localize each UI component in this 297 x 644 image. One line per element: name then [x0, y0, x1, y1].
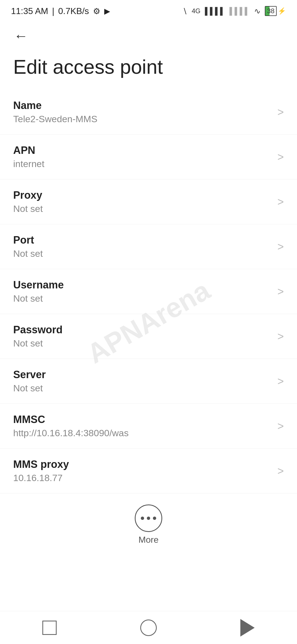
settings-label-username: Username — [13, 279, 64, 291]
settings-label-name: Name — [13, 100, 97, 111]
home-icon — [140, 620, 157, 636]
top-bar: ← — [0, 22, 297, 50]
settings-item-port[interactable]: Port Not set > — [0, 224, 297, 269]
signal-bars-icon: ▌▌▌▌ — [205, 7, 225, 15]
status-right: ∖ 4G ▌▌▌▌ ▌▌▌▌ ∿ 38 ⚡ — [182, 6, 286, 16]
settings-value-server: Not set — [13, 383, 46, 394]
settings-label-apn: APN — [13, 144, 44, 156]
speed-indicator: | — [52, 6, 54, 16]
settings-value-password: Not set — [13, 338, 63, 349]
dot-3 — [153, 517, 156, 520]
settings-value-mms-proxy: 10.16.18.77 — [13, 473, 69, 483]
settings-value-name: Tele2-Sweden-MMS — [13, 114, 97, 124]
signal-bars2-icon: ▌▌▌▌ — [230, 7, 250, 15]
chevron-right-icon-mmsc: > — [277, 420, 284, 432]
settings-item-content-password: Password Not set — [13, 324, 63, 349]
settings-item-name[interactable]: Name Tele2-Sweden-MMS > — [0, 90, 297, 135]
settings-item-password[interactable]: Password Not set > — [0, 314, 297, 359]
settings-item-username[interactable]: Username Not set > — [0, 269, 297, 314]
settings-item-content-mms-proxy: MMS proxy 10.16.18.77 — [13, 459, 69, 483]
more-circle — [135, 504, 162, 532]
dot-2 — [147, 517, 150, 520]
nav-home-button[interactable] — [132, 617, 165, 639]
chevron-right-icon-apn: > — [277, 151, 284, 163]
settings-item-mmsc[interactable]: MMSC http://10.16.18.4:38090/was > — [0, 404, 297, 449]
chevron-right-icon-name: > — [277, 106, 284, 118]
battery-indicator: 38 ⚡ — [265, 6, 286, 16]
settings-item-content-name: Name Tele2-Sweden-MMS — [13, 100, 97, 124]
settings-item-content-apn: APN internet — [13, 144, 44, 169]
camera-icon: ▶ — [104, 7, 110, 16]
more-label: More — [139, 535, 159, 545]
status-bar: 11:35 AM | 0.7KB/s ⚙ ▶ ∖ 4G ▌▌▌▌ ▌▌▌▌ ∿ … — [0, 0, 297, 22]
settings-item-content-proxy: Proxy Not set — [13, 189, 43, 214]
nav-back-button[interactable] — [231, 617, 264, 639]
settings-label-mms-proxy: MMS proxy — [13, 459, 69, 470]
chevron-right-icon-proxy: > — [277, 196, 284, 208]
settings-label-port: Port — [13, 234, 43, 246]
settings-value-proxy: Not set — [13, 203, 43, 214]
more-dots — [141, 517, 156, 520]
settings-list: Name Tele2-Sweden-MMS > APN internet > P… — [0, 90, 297, 493]
chevron-right-icon-port: > — [277, 241, 284, 253]
settings-value-mmsc: http://10.16.18.4:38090/was — [13, 428, 129, 438]
chevron-right-icon-mms-proxy: > — [277, 465, 284, 477]
settings-item-mms-proxy[interactable]: MMS proxy 10.16.18.77 > — [0, 449, 297, 493]
settings-item-proxy[interactable]: Proxy Not set > — [0, 179, 297, 224]
page-title: Edit access point — [13, 55, 284, 79]
chevron-right-icon-password: > — [277, 330, 284, 343]
bluetooth-icon: ∖ — [182, 7, 187, 16]
back-button[interactable]: ← — [11, 26, 31, 46]
recents-icon — [42, 621, 57, 635]
more-button[interactable]: More — [135, 504, 162, 545]
settings-item-apn[interactable]: APN internet > — [0, 135, 297, 179]
back-arrow-icon: ← — [14, 29, 28, 43]
data-speed: 0.7KB/s — [58, 6, 89, 16]
settings-icon: ⚙ — [93, 6, 100, 16]
chevron-right-icon-username: > — [277, 285, 284, 298]
settings-item-server[interactable]: Server Not set > — [0, 359, 297, 404]
nav-recents-button[interactable] — [33, 617, 66, 639]
settings-value-port: Not set — [13, 248, 43, 259]
settings-label-mmsc: MMSC — [13, 414, 129, 425]
settings-item-content-port: Port Not set — [13, 234, 43, 259]
more-section: More — [0, 493, 297, 553]
settings-label-server: Server — [13, 369, 46, 381]
settings-item-content-mmsc: MMSC http://10.16.18.4:38090/was — [13, 414, 129, 438]
settings-value-username: Not set — [13, 293, 64, 304]
dot-1 — [141, 517, 144, 520]
signal-4g-icon: 4G — [192, 7, 200, 15]
battery-level: 38 — [265, 6, 277, 16]
settings-label-proxy: Proxy — [13, 189, 43, 201]
wifi-icon: ∿ — [254, 7, 260, 16]
chevron-right-icon-server: > — [277, 375, 284, 388]
settings-value-apn: internet — [13, 159, 44, 169]
settings-label-password: Password — [13, 324, 63, 336]
status-left: 11:35 AM | 0.7KB/s ⚙ ▶ — [11, 6, 110, 16]
settings-item-content-username: Username Not set — [13, 279, 64, 304]
time-display: 11:35 AM — [11, 6, 48, 16]
bottom-nav — [0, 611, 297, 644]
page-title-section: Edit access point — [0, 50, 297, 90]
bolt-icon: ⚡ — [278, 7, 286, 15]
back-icon — [240, 619, 255, 637]
settings-item-content-server: Server Not set — [13, 369, 46, 394]
